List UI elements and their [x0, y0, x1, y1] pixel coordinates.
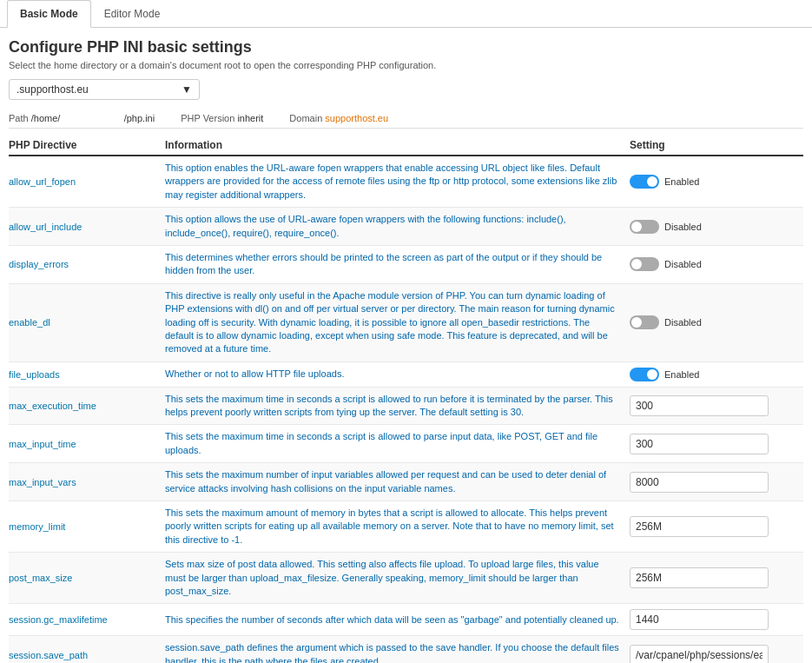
tab-editor[interactable]: Editor Mode [91, 0, 174, 28]
directive-row: max_input_varsThis sets the maximum numb… [9, 463, 803, 501]
toggle-label: Disabled [664, 317, 702, 328]
directive-name: max_input_time [9, 439, 165, 449]
toggle-track [630, 220, 659, 234]
col-header-setting: Setting [630, 139, 803, 151]
page-title: Configure PHP INI basic settings [9, 38, 803, 56]
table-header: PHP Directive Information Setting [9, 136, 803, 156]
directive-info: This specifies the number of seconds aft… [165, 613, 630, 627]
directive-input[interactable] [630, 645, 769, 663]
directive-input[interactable] [630, 395, 769, 416]
directive-input[interactable] [630, 472, 769, 493]
directive-info: This determines whether errors should be… [165, 251, 630, 278]
directive-name: max_execution_time [9, 401, 165, 411]
toggle-label: Enabled [664, 369, 699, 380]
directive-row: session.save_pathsession.save_path defin… [9, 636, 803, 663]
directive-name: enable_dl [9, 317, 165, 328]
directive-setting [630, 472, 803, 493]
toggle-control[interactable]: Disabled [630, 257, 702, 271]
toggle-knob [647, 176, 657, 187]
directive-setting: Disabled [630, 220, 803, 234]
toggle-control[interactable]: Enabled [630, 175, 699, 189]
directive-setting [630, 516, 803, 537]
toggle-track [630, 368, 659, 381]
toggle-knob [631, 259, 642, 269]
version-value: inherit [237, 113, 263, 123]
directive-name: session.gc_maxlifetime [9, 614, 165, 625]
directive-info: This sets the maximum time in seconds a … [165, 430, 630, 457]
directive-row: post_max_sizeSets max size of post data … [9, 553, 803, 604]
directive-name: allow_url_include [9, 222, 165, 232]
toggle-control[interactable]: Enabled [630, 368, 699, 381]
directive-info: This sets the maximum number of input va… [165, 468, 630, 495]
domain-label: Domain [289, 113, 322, 123]
toggle-label: Disabled [664, 259, 702, 269]
directive-name: display_errors [9, 259, 165, 269]
toggle-knob [647, 369, 657, 380]
version-label: PHP Version [181, 113, 234, 123]
directive-info: This option enables the URL-aware fopen … [165, 162, 630, 202]
directive-row: max_input_timeThis sets the maximum time… [9, 425, 803, 463]
directive-setting [630, 567, 803, 588]
toggle-label: Disabled [664, 222, 702, 232]
directives-table: allow_url_fopenThis option enables the U… [9, 156, 803, 663]
directive-name: memory_limit [9, 521, 165, 532]
directive-input[interactable] [630, 609, 769, 630]
directive-setting: Disabled [630, 315, 803, 329]
directive-name: session.save_path [9, 650, 165, 660]
directive-setting: Enabled [630, 368, 803, 381]
page-subtitle: Select the home directory or a domain's … [9, 60, 803, 70]
toggle-knob [631, 222, 642, 232]
directive-info: This sets the maximum time in seconds a … [165, 393, 630, 420]
directive-setting [630, 395, 803, 416]
directive-info: session.save_path defines the argument w… [165, 641, 630, 663]
directive-setting: Disabled [630, 257, 803, 271]
col-header-directive: PHP Directive [9, 139, 165, 151]
directive-row: allow_url_includeThis option allows the … [9, 208, 803, 246]
directive-input[interactable] [630, 567, 769, 588]
path-item-version: PHP Version inherit [181, 113, 263, 123]
col-header-info: Information [165, 139, 630, 151]
tab-bar: Basic ModeEditor Mode [0, 0, 812, 28]
tab-basic[interactable]: Basic Mode [7, 0, 91, 28]
directive-input[interactable] [630, 516, 769, 537]
directive-row: session.gc_maxlifetimeThis specifies the… [9, 604, 803, 636]
toggle-knob [631, 317, 642, 328]
toggle-track [630, 175, 659, 189]
directive-row: file_uploadsWhether or not to allow HTTP… [9, 362, 803, 388]
path-item-path: Path /home/ /php.ini [9, 113, 155, 123]
directive-setting [630, 434, 803, 454]
directive-info: This directive is really only useful in … [165, 289, 630, 356]
chevron-down-icon: ▼ [182, 83, 192, 96]
directive-info: This sets the maximum amount of memory i… [165, 507, 630, 547]
directive-setting [630, 645, 803, 663]
domain-select[interactable]: .supporthost.eu ▼ [9, 79, 200, 100]
directive-info: Sets max size of post data allowed. This… [165, 558, 630, 598]
directive-setting [630, 609, 803, 630]
toggle-track [630, 315, 659, 329]
path-item-domain: Domain supporthost.eu [289, 113, 388, 123]
path-bar: Path /home/ /php.ini PHP Version inherit… [9, 109, 803, 129]
toggle-control[interactable]: Disabled [630, 220, 702, 234]
directive-row: max_execution_timeThis sets the maximum … [9, 388, 803, 426]
directive-row: display_errorsThis determines whether er… [9, 246, 803, 284]
directive-row: memory_limitThis sets the maximum amount… [9, 501, 803, 553]
directive-name: file_uploads [9, 369, 165, 380]
directive-info: This option allows the use of URL-aware … [165, 213, 630, 240]
directive-input[interactable] [630, 434, 769, 454]
toggle-control[interactable]: Disabled [630, 315, 702, 329]
path-value: /home/ /php.ini [31, 113, 155, 123]
directive-info: Whether or not to allow HTTP file upload… [165, 368, 630, 381]
directive-name: allow_url_fopen [9, 176, 165, 187]
directive-row: allow_url_fopenThis option enables the U… [9, 156, 803, 208]
directive-row: enable_dlThis directive is really only u… [9, 284, 803, 362]
domain-value: supporthost.eu [325, 113, 388, 123]
toggle-track [630, 257, 659, 271]
main-content: Configure PHP INI basic settings Select … [0, 28, 812, 663]
directive-name: post_max_size [9, 573, 165, 583]
directive-setting: Enabled [630, 175, 803, 189]
domain-select-value: .supporthost.eu [17, 83, 89, 96]
path-label: Path [9, 113, 29, 123]
toggle-label: Enabled [664, 176, 699, 187]
directive-name: max_input_vars [9, 477, 165, 487]
